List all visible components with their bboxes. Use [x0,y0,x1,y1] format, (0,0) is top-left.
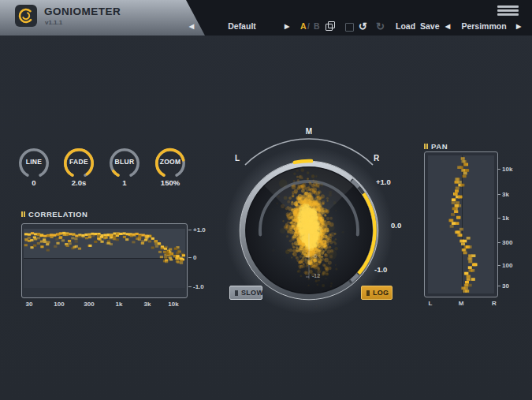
save-button[interactable]: Save [420,17,440,36]
pan-title-row: PAN [424,142,448,150]
load-button[interactable]: Load [396,17,415,36]
fade-knob-value: 2.0s [55,178,102,187]
skin-name[interactable]: Persimmon [455,17,513,36]
pan-ytick: 10k [497,166,512,173]
pan-ytick: 30 [497,282,509,290]
zoom-knob-label: ZOOM [153,158,188,166]
paste-icon[interactable] [345,23,354,32]
ab-slot-b-button[interactable]: B [314,17,320,36]
zoom-knob[interactable]: ZOOM 150% [153,146,188,193]
header-tab: GONIOMETER v1.1.1 [0,0,206,36]
correlation-xtick: 30 [26,301,33,308]
redo-icon[interactable]: ↻ [376,17,385,36]
correlation-xtick: 1k [116,301,123,308]
pan-ytick: 100 [497,262,512,269]
slow-toggle-button[interactable]: SLOW [229,286,262,300]
correlation-title: CORRELATION [28,210,88,219]
correlation-grip-icon [21,211,25,217]
blur-knob-value: 1 [101,178,148,187]
db-tick-minus12: -12 [312,273,320,279]
db-tick-minus6: -6 [312,253,317,259]
ab-separator: / [307,17,310,36]
preset-next-button[interactable]: ▶ [285,17,289,36]
correlation-title-row: CORRELATION [21,210,88,218]
skin-prev-button[interactable]: ◀ [445,17,450,36]
right-channel-label: R [374,154,379,163]
correlation-xtick: 300 [84,301,94,308]
header-bar: GONIOMETER v1.1.1 ◀ Default ▶ A / B ↺ ↻ … [0,0,532,36]
pan-ytick: 3k [497,191,509,198]
ab-slot-a-button[interactable]: A [300,17,307,36]
pan-title: PAN [431,142,448,151]
pan-graph [424,151,498,297]
correlation-scatter [24,226,187,297]
pan-grip-icon [424,144,428,149]
fade-knob-label: FADE [61,158,96,166]
line-knob-value: 0 [10,178,58,187]
meter-tick-zero: 0.0 [391,221,401,230]
left-channel-label: L [235,154,240,163]
fade-knob[interactable]: FADE 2.0s [61,146,96,193]
meter-tick-plus1: +1.0 [376,178,391,186]
pan-scatter [425,152,498,297]
copy-icon[interactable] [326,21,335,31]
meter-tick-minus1: -1.0 [374,265,387,274]
hamburger-menu-icon[interactable] [497,6,519,17]
log-toggle-button[interactable]: LOG [361,286,392,300]
correlation-ytick: 0 [188,254,196,261]
correlation-xtick: 10k [168,301,178,308]
mid-label: M [197,127,421,136]
goniometer-plugin-window: GONIOMETER v1.1.1 ◀ Default ▶ A / B ↺ ↻ … [0,0,532,400]
preset-prev-button[interactable]: ◀ [189,17,194,36]
log-grip-icon [366,290,370,296]
line-knob[interactable]: LINE 0 [17,146,51,193]
correlation-graph [21,223,188,298]
app-title: GONIOMETER [44,6,121,17]
pan-xtick: L [429,300,433,307]
blur-knob-label: BLUR [107,158,142,166]
logo-swirl-icon [17,6,35,25]
slow-grip-icon [235,290,238,296]
preset-name[interactable]: Default [199,17,285,36]
slow-button-label: SLOW [241,289,263,297]
skin-next-button[interactable]: ▶ [516,17,521,36]
undo-icon[interactable]: ↺ [359,17,367,36]
blur-knob[interactable]: BLUR 1 [107,146,142,193]
pan-xtick: M [459,300,464,307]
pan-ytick: 300 [497,239,512,246]
pan-ytick: 1k [497,215,509,222]
app-logo-icon [15,5,37,27]
pan-xtick: R [492,300,497,307]
log-button-label: LOG [373,289,389,297]
correlation-xtick: 3k [144,301,151,308]
zoom-knob-value: 150% [147,178,194,187]
line-knob-label: LINE [17,158,51,166]
correlation-xtick: 100 [54,301,64,308]
app-version: v1.1.1 [45,19,62,26]
